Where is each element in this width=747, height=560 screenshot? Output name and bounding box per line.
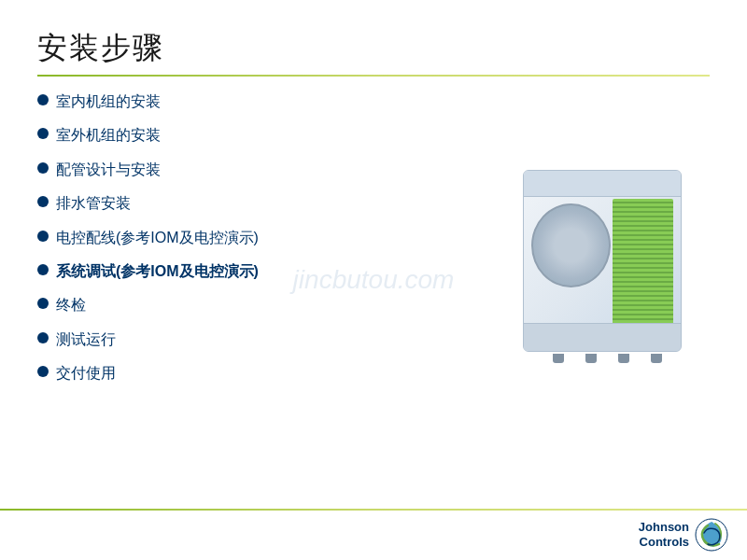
list-item: 电控配线(参考IOM及电控演示) xyxy=(37,228,486,248)
ac-leg xyxy=(618,354,629,363)
list-item: 交付使用 xyxy=(37,363,486,384)
bullet-dot xyxy=(37,332,49,343)
list-item: 系统调试(参考IOM及电控演示) xyxy=(37,261,486,282)
slide-container: jincbutou.com 安装步骤 室内机组的安装 室外机组的安装 配管设计与… xyxy=(0,0,747,560)
title-section: 安装步骤 xyxy=(37,28,710,77)
ac-legs xyxy=(523,354,691,363)
title-underline xyxy=(37,75,710,77)
bullet-list: 室内机组的安装 室外机组的安装 配管设计与安装 排水管安装 电控配线(参考IOM… xyxy=(37,91,486,398)
ac-leg xyxy=(585,354,597,363)
bullet-dot xyxy=(37,94,49,105)
bullet-dot xyxy=(37,298,49,309)
list-item: 终检 xyxy=(37,295,486,315)
list-item: 排水管安装 xyxy=(37,193,486,214)
ac-fan xyxy=(531,203,611,287)
ac-top-strip xyxy=(524,171,681,197)
bullet-dot xyxy=(37,366,49,377)
brand-logo: Johnson Controls xyxy=(639,518,728,552)
bullet-text: 排水管安装 xyxy=(56,193,131,214)
ac-body xyxy=(523,170,682,352)
list-item: 室外机组的安装 xyxy=(37,125,486,146)
bullet-dot xyxy=(37,128,49,139)
brand-johnson: Johnson xyxy=(639,520,689,535)
bullet-text: 交付使用 xyxy=(56,363,116,384)
bullet-text: 室内机组的安装 xyxy=(56,91,161,112)
ac-leg xyxy=(553,354,564,363)
bullet-dot xyxy=(37,196,49,207)
bullet-dot xyxy=(37,264,49,275)
list-item: 室内机组的安装 xyxy=(37,91,486,112)
brand-text-block: Johnson Controls xyxy=(639,520,689,549)
bullet-text: 终检 xyxy=(56,295,86,315)
list-item: 测试运行 xyxy=(37,329,486,350)
list-item: 配管设计与安装 xyxy=(37,160,486,180)
ac-unit-image xyxy=(504,129,710,398)
content-area: 室内机组的安装 室外机组的安装 配管设计与安装 排水管安装 电控配线(参考IOM… xyxy=(37,91,710,398)
bullet-dot xyxy=(37,162,49,174)
footer-line xyxy=(0,509,747,511)
ac-unit xyxy=(523,170,691,357)
johnson-controls-icon xyxy=(695,518,728,552)
ac-bottom-panel xyxy=(524,323,681,351)
bullet-text: 系统调试(参考IOM及电控演示) xyxy=(56,261,259,282)
bullet-dot xyxy=(37,231,49,242)
ac-grille xyxy=(613,199,673,343)
brand-controls: Controls xyxy=(639,535,689,550)
bullet-text: 测试运行 xyxy=(56,329,116,350)
ac-leg xyxy=(651,354,662,363)
bullet-text: 配管设计与安装 xyxy=(56,160,161,180)
bullet-text: 室外机组的安装 xyxy=(56,125,161,146)
bullet-text: 电控配线(参考IOM及电控演示) xyxy=(56,228,259,248)
page-title: 安装步骤 xyxy=(37,28,710,69)
footer: Johnson Controls xyxy=(0,509,747,560)
